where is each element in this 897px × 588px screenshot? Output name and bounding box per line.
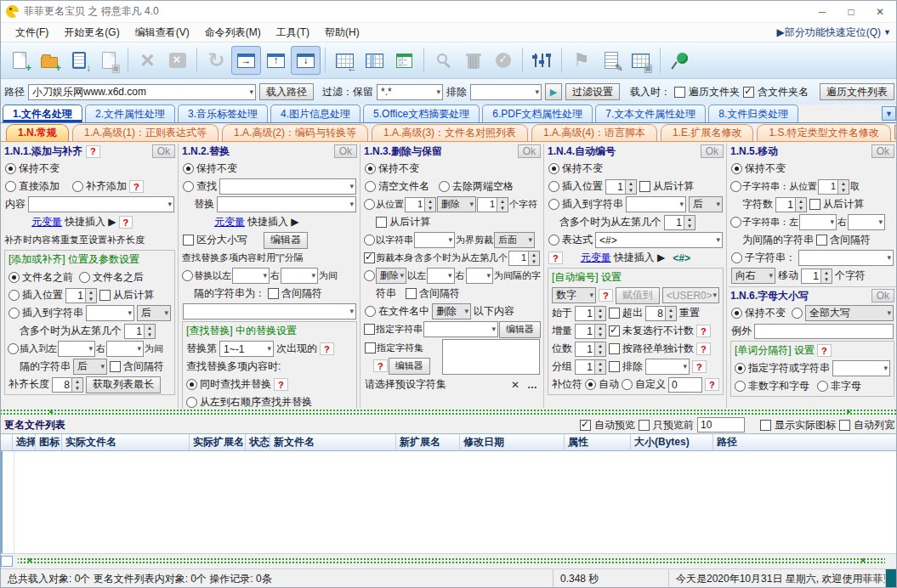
menu-item-2[interactable]: 开始更名(G) [56,25,127,40]
p3-from-pos-radio[interactable] [364,199,375,210]
p3-delete-between-radio[interactable] [364,270,375,281]
search-check-button[interactable] [429,46,458,75]
panel-up-button[interactable]: ↑ [261,46,291,75]
p4-uncount-checkbox[interactable] [609,325,620,336]
apply-check-button[interactable] [488,46,518,75]
auto-preview-checkbox[interactable] [580,420,591,431]
load-path-button[interactable]: 载入路径 [259,83,314,100]
p4-over-checkbox[interactable] [609,308,620,319]
p1-insert-string-combo[interactable]: ▾ [86,305,134,321]
p4-insert-to-string-radio[interactable] [548,199,559,210]
p2-sep-value-combo[interactable]: ▾ [183,303,356,319]
column-header-8[interactable]: 新扩展名 [396,434,460,450]
menu-item-3[interactable]: 编辑查看(V) [128,25,197,40]
p2-keep-radio[interactable] [183,163,194,174]
filter-exclude-combo[interactable]: ▾ [470,84,542,100]
new-file-button[interactable]: + [4,46,34,75]
p2-case-checkbox[interactable] [183,235,194,246]
p3-cut-self-checkbox[interactable] [364,252,375,263]
tabs-sub-tab-2[interactable]: 1.A.高级(1)：正则表达式等 [72,124,219,141]
filter-keep-combo[interactable]: *.*▾ [377,84,443,100]
tabs-sub-tab-4[interactable]: 1.A.高级(3)：文件名对照列表 [372,124,528,141]
panel1-ok-button[interactable]: Ok [152,144,175,158]
column-header-1[interactable] [1,434,13,450]
p3-in-name-radio[interactable] [365,306,376,317]
p3-keep-radio[interactable] [365,163,376,174]
p1-insert-between-radio[interactable] [8,343,19,354]
tabs-main-tab-7[interactable]: 7.文本文件属性处理 [595,105,706,122]
check-rows-button[interactable] [389,46,419,75]
p2-include-sep-checkbox[interactable] [268,288,279,299]
p4-digits-spinner[interactable]: 1▲▼ [575,342,606,357]
column-header-3[interactable]: 图标 [36,434,62,450]
p4-expression-radio[interactable] [548,235,559,246]
p5-left-combo[interactable]: ▾ [799,214,837,230]
p6-case-radio[interactable] [792,308,803,319]
p2-replace-combo[interactable]: ▾ [217,196,356,212]
p5-substr-radio[interactable] [731,252,742,263]
p1-pad-add-radio[interactable] [72,181,83,192]
tabs-sub-tab-1[interactable]: 1.N.常规 [6,124,69,141]
p3-left-combo[interactable]: ▾ [427,268,454,284]
p4-increment-spinner[interactable]: 1▲▼ [575,324,606,339]
p5-direction-combo[interactable]: 向右▾ [731,268,775,284]
options-sliders-button[interactable] [527,46,557,75]
p2-var-link[interactable]: 元变量 [214,215,245,229]
p4-keep-radio[interactable] [548,163,559,174]
panel4-ok-button[interactable]: Ok [701,144,724,158]
path-combo[interactable]: 小刀娱乐网www.x6d.com▾ [28,84,256,100]
p2-simultaneous-radio[interactable] [186,379,197,390]
column-header-10[interactable]: 属性 [565,434,631,450]
minimize-button[interactable]: ─ [809,3,835,20]
show-icons-checkbox[interactable] [760,420,771,431]
auto-column-width-checkbox[interactable] [839,420,850,431]
p5-substr-combo[interactable]: ▾ [798,250,894,266]
p5-substr-between-radio[interactable] [730,217,741,228]
p1-insert-pos-spinner[interactable]: 1▲▼ [65,288,97,303]
select-columns-button[interactable] [360,46,389,75]
filter-settings-button[interactable]: 过滤设置 [565,83,620,100]
help-icon[interactable]: ? [129,180,144,193]
tabs-sub-tab-3[interactable]: 1.A.高级(2)：编码与转换等 [222,124,368,141]
p5-count-spinner[interactable]: 1▲▼ [775,197,807,212]
save-file-list-button[interactable]: ▣ [94,46,123,75]
p3-count-spinner[interactable]: 1▲▼ [477,197,508,212]
p3-trim-radio[interactable] [439,181,450,192]
p1-direct-add-radio[interactable] [5,181,16,192]
list-status-splitter[interactable]: ▲▲ [18,558,885,565]
p5-from-spinner[interactable]: 1▲▼ [818,179,849,195]
p3-spec-string-checkbox[interactable] [364,324,375,335]
help-icon[interactable]: ? [86,145,100,158]
p1-nth-spinner[interactable]: 1▲▼ [124,324,156,339]
quick-locate-dropdown[interactable]: ▶部分功能快速定位(Q) ▼ [777,25,891,40]
p6-spec-radio[interactable] [735,363,746,374]
p1-after-name-radio[interactable] [79,272,90,283]
column-header-7[interactable]: 新文件名 [270,434,396,450]
p3-back-combo[interactable]: 后面▾ [494,232,535,248]
flag-button[interactable]: ⚑ [566,46,596,75]
p3-delete-combo[interactable]: 删除▾ [437,196,476,212]
p6-non-alpha-radio[interactable] [817,381,828,392]
tabs-sub-tab-7[interactable]: 1.S.特定类型文件名修改 [757,124,890,141]
main-tabs-overflow-button[interactable]: ▼ [882,106,896,121]
p4-expression-combo[interactable]: <#>▾ [595,232,723,248]
apply-filter-button[interactable]: ▶ [545,83,562,100]
p4-insert-pos-spinner[interactable]: 1▲▼ [605,179,637,195]
clear-list-button[interactable] [162,46,192,75]
help-icon[interactable]: ? [696,342,711,355]
p1-left-combo[interactable]: ▾ [58,341,95,357]
clear-icon[interactable]: ✕ [508,379,522,391]
help-icon[interactable]: ? [705,378,719,391]
p2-editor-button[interactable]: 编辑器 [264,232,308,249]
p2-find-radio[interactable] [183,181,194,192]
p1-keep-radio[interactable] [5,163,16,174]
p1-before-name-radio[interactable] [9,272,20,283]
panel-down-button[interactable]: ↓ [291,46,321,75]
p4-insert-string-combo[interactable]: ▾ [626,196,686,212]
p2-find-combo[interactable]: ▾ [219,178,356,195]
p5-right-combo[interactable]: ▾ [848,214,885,230]
p6-except-input[interactable] [754,324,894,339]
p1-pad-length-spinner[interactable]: 8▲▼ [52,377,83,393]
p2-sequential-radio[interactable] [186,397,197,408]
p4-start-spinner[interactable]: 1▲▼ [575,306,606,321]
